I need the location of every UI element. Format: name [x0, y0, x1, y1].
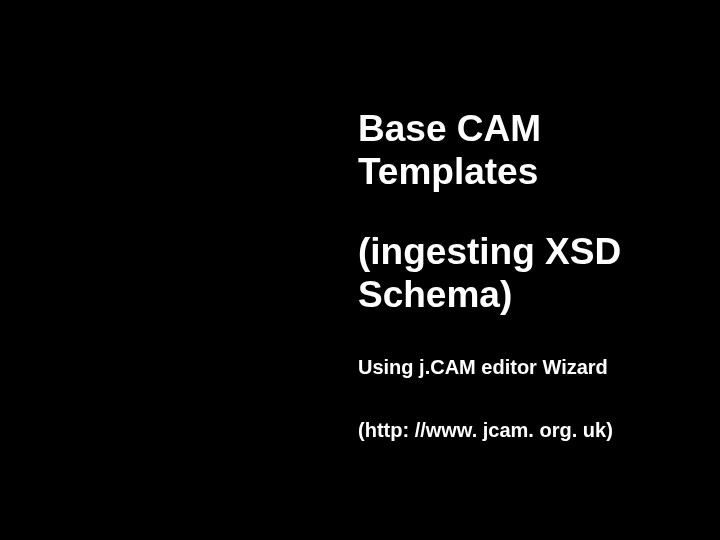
title-line-2: Templates: [358, 151, 698, 194]
byline: Using j.CAM editor Wizard: [358, 356, 698, 379]
subtitle-line-1: (ingesting XSD: [358, 231, 698, 274]
url-text: (http: //www. jcam. org. uk): [358, 419, 698, 442]
subtitle-block: (ingesting XSD Schema): [358, 231, 698, 316]
subtitle-line-2: Schema): [358, 274, 698, 317]
slide-content: Base CAM Templates (ingesting XSD Schema…: [358, 108, 698, 442]
slide: Base CAM Templates (ingesting XSD Schema…: [0, 0, 720, 540]
title-line-1: Base CAM: [358, 108, 698, 151]
